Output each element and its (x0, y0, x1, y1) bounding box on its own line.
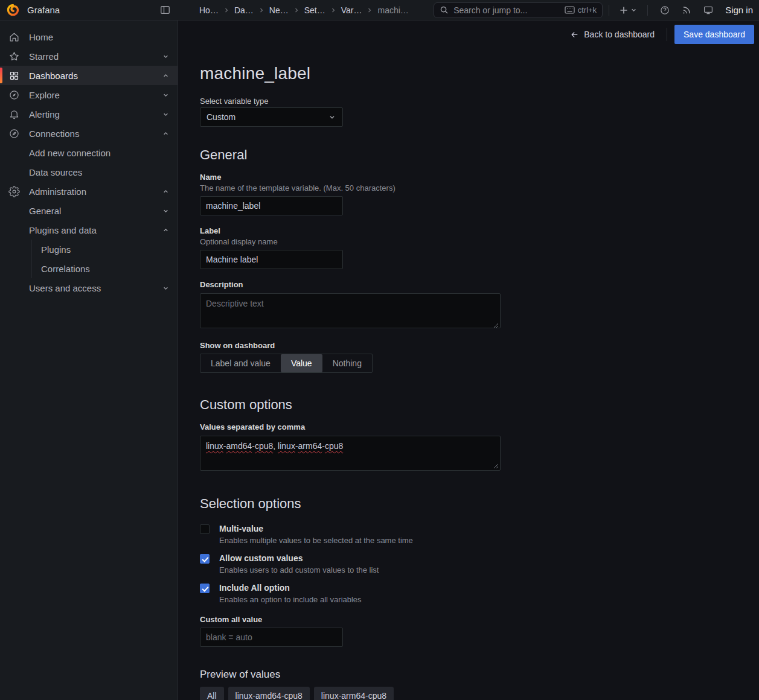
custom-all-value-input[interactable] (200, 628, 343, 647)
sidebar-item-administration[interactable]: Administration (0, 182, 178, 201)
values-field: Values separated by comma linux-amd64-cp… (200, 422, 759, 471)
name-label: Name (200, 173, 759, 182)
sidebar-item-add-new-connection[interactable]: Add new connection (0, 143, 178, 162)
show-on-dashboard-radio-group: Label and value Value Nothing (200, 354, 373, 373)
chevron-down-icon (162, 91, 170, 99)
allow-custom-values-label[interactable]: Allow custom values (219, 553, 379, 563)
description-textarea[interactable] (200, 293, 501, 328)
include-all-option-checkbox[interactable] (200, 584, 210, 593)
sidebar-item-label: Starred (29, 51, 59, 62)
sidebar-item-data-sources[interactable]: Data sources (0, 162, 178, 182)
variable-editor: machine_label Select variable type Custo… (179, 48, 759, 700)
preview-chip[interactable]: linux-amd64-cpu8 (228, 687, 310, 700)
sidebar-item-label: General (29, 206, 61, 216)
arrow-left-icon (570, 30, 579, 39)
breadcrumb-current: machi… (377, 5, 408, 15)
radio-option-nothing[interactable]: Nothing (322, 354, 372, 372)
preview-chip[interactable]: linux-arm64-cpu8 (314, 687, 394, 700)
sidebar-item-label: Plugins (41, 244, 71, 255)
variable-type-value: Custom (207, 112, 235, 122)
sidebar-item-correlations[interactable]: Correlations (0, 259, 178, 278)
back-to-dashboard-button[interactable]: Back to dashboard (565, 30, 659, 39)
sidebar-item-home[interactable]: Home (0, 27, 178, 46)
sidebar-item-explore[interactable]: Explore (0, 85, 178, 104)
chevron-down-icon (162, 207, 170, 215)
breadcrumb-settings[interactable]: Set… (304, 5, 325, 15)
sidebar-item-label: Users and access (29, 283, 101, 293)
dashboards-grid-icon (8, 70, 20, 81)
sidebar-item-starred[interactable]: Starred (0, 46, 178, 66)
sidebar-item-general[interactable]: General (0, 201, 178, 220)
page-toolbar: Back to dashboard Save dashboard (179, 21, 759, 48)
resize-handle-icon[interactable] (493, 323, 499, 328)
sidebar-item-label: Alerting (29, 109, 60, 119)
label-input[interactable] (200, 250, 343, 269)
grafana-logo-icon[interactable] (6, 3, 20, 17)
preview-heading: Preview of values (200, 669, 759, 681)
custom-all-value-field: Custom all value (200, 615, 759, 647)
preview-chip-all[interactable]: All (200, 687, 224, 700)
search-icon (440, 5, 449, 14)
general-section-heading: General (200, 147, 759, 163)
keyboard-icon (565, 6, 575, 14)
monitor-icon[interactable] (697, 5, 719, 16)
multi-value-checkbox[interactable] (200, 524, 210, 534)
include-all-option-label[interactable]: Include All option (219, 583, 362, 593)
chevron-right-icon (258, 7, 265, 14)
custom-all-value-label: Custom all value (200, 615, 759, 624)
chevron-up-icon (162, 188, 170, 196)
sidebar-item-label: Home (29, 32, 53, 42)
selection-options-heading: Selection options (200, 496, 759, 512)
plug-icon (8, 128, 20, 139)
preview-values: All linux-amd64-cpu8 linux-arm64-cpu8 (200, 687, 759, 700)
breadcrumb-dashboard-name[interactable]: Ne… (269, 5, 289, 15)
new-menu-button[interactable] (615, 5, 641, 15)
sidebar-item-alerting[interactable]: Alerting (0, 104, 178, 124)
breadcrumb-home[interactable]: Ho… (199, 5, 219, 15)
variable-type-field: Select variable type Custom (200, 97, 759, 127)
variable-type-select[interactable]: Custom (200, 107, 343, 127)
chevron-down-icon (328, 113, 336, 121)
back-to-dashboard-label: Back to dashboard (584, 30, 655, 39)
name-field: Name The name of the template variable. … (200, 173, 759, 215)
breadcrumb-variables[interactable]: Var… (341, 5, 362, 15)
radio-option-value[interactable]: Value (281, 354, 322, 372)
radio-option-label-and-value[interactable]: Label and value (200, 354, 281, 372)
sidebar-item-users-and-access[interactable]: Users and access (0, 278, 178, 298)
search-shortcut: ctrl+k (565, 5, 597, 14)
multi-value-row: Multi-value Enables multiple values to b… (200, 524, 759, 545)
top-bar-brand-area: Grafana (0, 0, 178, 20)
sidebar-item-dashboards[interactable]: Dashboards (0, 66, 178, 85)
gear-icon (8, 186, 20, 197)
chevron-up-icon (162, 72, 170, 80)
home-icon (8, 31, 20, 43)
values-textarea[interactable]: linux-amd64-cpu8, linux-arm64-cpu8 (200, 436, 501, 471)
sign-in-button[interactable]: Sign in (725, 5, 753, 15)
chevron-down-icon (162, 110, 170, 118)
bell-icon (8, 109, 20, 120)
resize-handle-icon[interactable] (493, 463, 499, 469)
include-all-option-help: Enables an option to include all variabl… (219, 595, 362, 604)
search-placeholder: Search or jump to... (453, 5, 527, 15)
breadcrumb: Ho… Da… Ne… Set… Var… machi… (199, 5, 409, 15)
help-icon[interactable] (654, 5, 676, 16)
news-rss-icon[interactable] (676, 5, 697, 16)
sidebar-item-label: Plugins and data (29, 225, 97, 235)
allow-custom-values-help: Enables users to add custom values to th… (219, 565, 379, 574)
sidebar-item-connections[interactable]: Connections (0, 124, 178, 143)
sidebar-item-plugins[interactable]: Plugins (0, 240, 178, 259)
multi-value-label[interactable]: Multi-value (219, 524, 413, 533)
top-bar: Grafana Ho… Da… Ne… Set… Var… machi… (0, 0, 759, 21)
page-title: machine_label (200, 64, 759, 83)
collapse-sidebar-icon[interactable] (159, 4, 171, 16)
allow-custom-values-checkbox[interactable] (200, 554, 210, 564)
shortcut-text: ctrl+k (578, 5, 597, 14)
search-input[interactable]: Search or jump to... ctrl+k (434, 2, 603, 18)
breadcrumb-dashboards[interactable]: Da… (234, 5, 254, 15)
custom-options-heading: Custom options (200, 397, 759, 413)
name-input[interactable] (200, 196, 343, 215)
sidebar-item-label: Add new connection (29, 148, 110, 158)
save-dashboard-button[interactable]: Save dashboard (674, 25, 754, 44)
chevron-down-icon (162, 52, 170, 60)
sidebar-item-plugins-and-data[interactable]: Plugins and data (0, 220, 178, 240)
